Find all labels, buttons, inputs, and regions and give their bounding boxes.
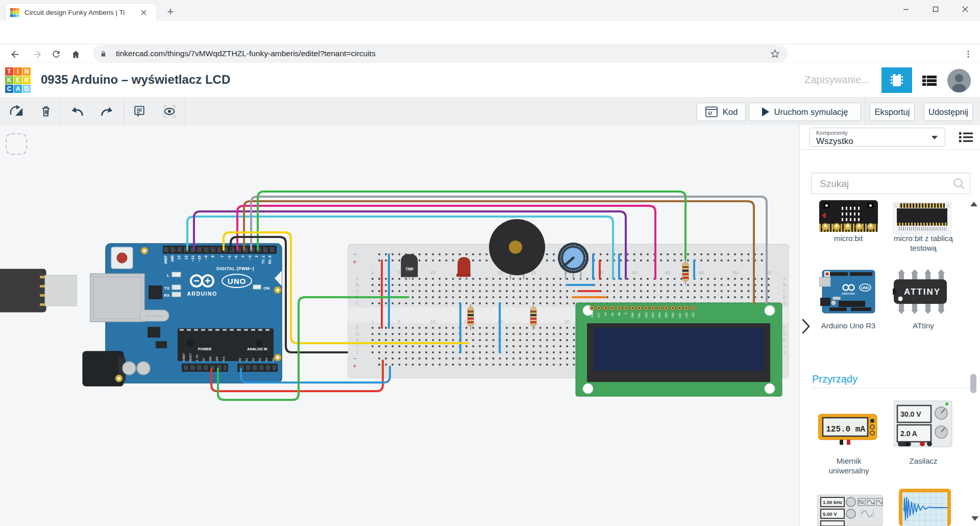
svg-text:A5: A5 bbox=[272, 357, 275, 362]
home-icon[interactable] bbox=[69, 47, 82, 61]
analog-header-label: ANALOG IN bbox=[247, 347, 267, 351]
window-minimize-icon[interactable] bbox=[891, 0, 921, 18]
window-maximize-icon[interactable] bbox=[921, 0, 950, 18]
components-group-dropdown[interactable]: Komponenty Wszystko bbox=[809, 128, 945, 147]
url-text[interactable]: tinkercad.com/things/7vMWqdZTHZL-funky-a… bbox=[116, 49, 770, 58]
svg-text:E: E bbox=[783, 301, 786, 306]
tinkercad-header: T I N K E R C A D 0935 Arduino – wyświet… bbox=[0, 62, 980, 98]
breadboard-row-letters: ABCDE bbox=[783, 276, 786, 306]
component-thumb-microbit[interactable]: 0123VGND bbox=[819, 200, 878, 238]
design-title[interactable]: 0935 Arduino – wyświetlacz LCD bbox=[41, 73, 230, 87]
svg-text:E: E bbox=[356, 301, 359, 306]
resistor[interactable] bbox=[530, 303, 536, 330]
share-label: Udostępnij bbox=[928, 107, 968, 117]
browser-menu-kebab-icon[interactable] bbox=[962, 47, 975, 61]
undo-icon[interactable] bbox=[69, 103, 86, 120]
export-button[interactable]: Eksportuj bbox=[870, 103, 915, 121]
usb-socket bbox=[90, 274, 144, 322]
reset-button[interactable] bbox=[111, 247, 133, 269]
component-thumb-attiny[interactable]: ATTINY bbox=[893, 269, 950, 316]
circuit-canvas[interactable]: − + − + 151015202530354045505560 1510152… bbox=[0, 125, 799, 526]
svg-text:A3: A3 bbox=[258, 357, 262, 362]
window-close-icon[interactable] bbox=[950, 0, 980, 18]
component-label[interactable]: micro:bit z tablicą testową bbox=[888, 233, 959, 253]
reload-icon[interactable] bbox=[50, 47, 63, 61]
avatar[interactable] bbox=[947, 69, 971, 92]
tmp-sensor[interactable]: TMP bbox=[401, 254, 418, 280]
url-omnibox[interactable]: tinkercad.com/things/7vMWqdZTHZL-funky-a… bbox=[93, 45, 788, 62]
component-label[interactable]: ATtiny bbox=[888, 321, 959, 330]
view-eye-icon[interactable] bbox=[161, 103, 178, 120]
dropdown-value: Wszystko bbox=[816, 136, 853, 147]
usb-plug[interactable] bbox=[0, 269, 77, 312]
svg-text:H: H bbox=[783, 338, 786, 343]
browser-tab[interactable]: Circuit design Funky Amberis | Ti bbox=[5, 3, 157, 21]
svg-text:5: 5 bbox=[398, 270, 400, 275]
svg-text:12: 12 bbox=[184, 255, 188, 259]
scroll-down-icon[interactable] bbox=[971, 516, 978, 521]
component-label[interactable]: Miernik uniwersalny bbox=[818, 456, 879, 475]
svg-text:3V: 3V bbox=[857, 229, 861, 232]
component-thumb-power-supply[interactable]: 30.0 V 2.0 A bbox=[894, 400, 954, 450]
tinkercad-logo[interactable]: T I N K E R C A D bbox=[5, 67, 31, 93]
delete-icon[interactable] bbox=[37, 103, 55, 120]
svg-text:DB7: DB7 bbox=[678, 313, 682, 318]
search-box[interactable] bbox=[811, 173, 970, 194]
component-thumb-arduino[interactable]: UNO ARDUINO bbox=[819, 268, 878, 317]
svg-text:DB6: DB6 bbox=[671, 313, 675, 318]
tab-title: Circuit design Funky Amberis | Ti bbox=[24, 9, 136, 16]
svg-text:DB1: DB1 bbox=[638, 312, 641, 318]
bookmark-star-icon[interactable] bbox=[770, 49, 780, 59]
multimeter-reading: 125.0 mA bbox=[826, 425, 865, 434]
scrollbar-thumb[interactable] bbox=[970, 374, 976, 393]
component-thumb-oscilloscope[interactable] bbox=[899, 489, 951, 526]
saving-status: Zapisywanie... bbox=[804, 74, 870, 86]
properties-table-button[interactable] bbox=[921, 74, 938, 88]
resistor[interactable] bbox=[468, 303, 474, 330]
back-icon[interactable] bbox=[8, 47, 21, 61]
editor-toolbar: Kod Uruchom symulację Eksportuj Udostępn… bbox=[0, 97, 980, 126]
component-label[interactable]: Arduino Uno R3 bbox=[815, 321, 881, 330]
logo-letter: C bbox=[5, 85, 13, 93]
components-mode-button[interactable] bbox=[881, 67, 912, 93]
led-l bbox=[172, 272, 181, 277]
share-button[interactable]: Udostępnij bbox=[924, 103, 973, 121]
notes-icon[interactable] bbox=[131, 103, 148, 120]
component-thumb-multimeter[interactable]: 125.0 mA bbox=[818, 410, 879, 452]
svg-text:GND: GND bbox=[868, 229, 874, 232]
run-simulation-button[interactable]: Uruchom symulację bbox=[749, 103, 861, 121]
led-l-label: L bbox=[167, 273, 169, 278]
chevron-down-icon bbox=[932, 136, 938, 139]
lcd-display[interactable]: GNDVCCV0RSRWEDB0DB1DB2DB3DB4DB5DB6DB7LED… bbox=[576, 303, 782, 396]
svg-text:GND: GND bbox=[209, 356, 212, 362]
export-label: Eksportuj bbox=[875, 107, 910, 117]
new-tab-button[interactable]: + bbox=[163, 5, 178, 19]
redo-icon[interactable] bbox=[98, 103, 115, 120]
svg-text:I: I bbox=[784, 344, 785, 349]
on-label: ON bbox=[263, 286, 270, 291]
svg-text:10: 10 bbox=[430, 319, 436, 324]
small-ic bbox=[156, 341, 167, 348]
svg-text:DB2: DB2 bbox=[645, 313, 648, 318]
component-label[interactable]: micro:bit bbox=[815, 233, 881, 243]
component-thumb-function-generator[interactable]: 1.00 kHz 5.00 V bbox=[817, 494, 884, 526]
collapse-panel-chevron[interactable] bbox=[801, 318, 811, 334]
list-view-toggle[interactable] bbox=[959, 131, 973, 143]
forward-icon[interactable] bbox=[31, 47, 44, 61]
arduino-uno-board[interactable]: AREFGND1312~11~10~987~6~54~32TX→1RX←0 DI… bbox=[83, 244, 282, 386]
component-thumb-microbit-breadboard[interactable] bbox=[893, 200, 951, 238]
red-led[interactable] bbox=[456, 257, 471, 280]
scroll-up-icon[interactable] bbox=[970, 202, 977, 206]
rotate-icon[interactable] bbox=[8, 103, 25, 120]
svg-text:RESET: RESET bbox=[189, 353, 192, 362]
component-label[interactable]: Zasilacz bbox=[893, 456, 954, 466]
tab-close-icon[interactable] bbox=[139, 8, 148, 17]
search-input[interactable] bbox=[819, 176, 948, 192]
psu-current: 2.0 A bbox=[900, 429, 917, 438]
psu-voltage: 30.0 V bbox=[900, 410, 921, 418]
svg-text:40: 40 bbox=[632, 270, 638, 275]
svg-text:1: 1 bbox=[371, 270, 374, 275]
code-button-label: Kod bbox=[723, 107, 738, 117]
svg-text:GND: GND bbox=[170, 255, 175, 262]
code-button[interactable]: Kod bbox=[697, 103, 746, 121]
